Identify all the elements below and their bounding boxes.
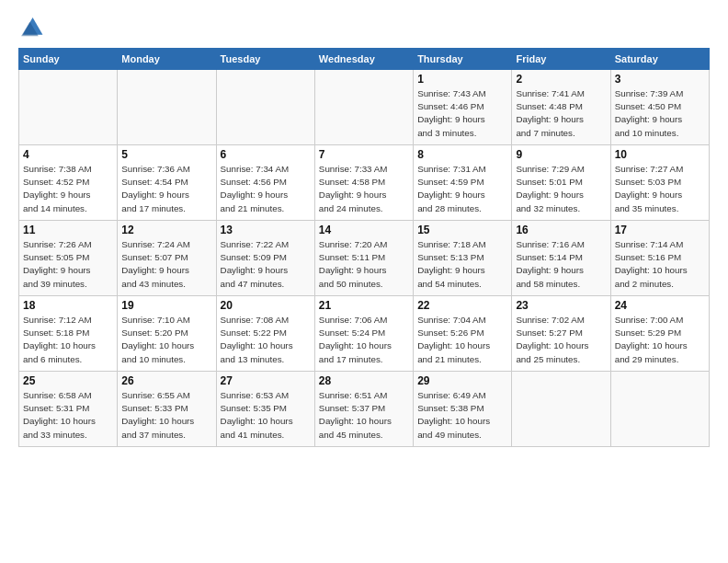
day-number: 28 bbox=[319, 374, 409, 387]
calendar-cell: 26Sunrise: 6:55 AM Sunset: 5:33 PM Dayli… bbox=[118, 372, 216, 447]
day-info: Sunrise: 7:34 AM Sunset: 4:56 PM Dayligh… bbox=[221, 163, 311, 215]
day-info: Sunrise: 6:58 AM Sunset: 5:31 PM Dayligh… bbox=[23, 389, 113, 442]
day-number: 1 bbox=[417, 73, 507, 86]
header-cell-friday: Friday bbox=[512, 49, 610, 70]
calendar-cell: 23Sunrise: 7:02 AM Sunset: 5:27 PM Dayli… bbox=[512, 296, 610, 372]
header bbox=[18, 15, 710, 40]
day-number: 18 bbox=[23, 299, 113, 312]
day-number: 6 bbox=[221, 148, 311, 161]
calendar-cell: 27Sunrise: 6:53 AM Sunset: 5:35 PM Dayli… bbox=[216, 372, 314, 447]
day-number: 4 bbox=[23, 148, 113, 161]
calendar-cell: 4Sunrise: 7:38 AM Sunset: 4:52 PM Daylig… bbox=[19, 145, 118, 221]
calendar-cell: 2Sunrise: 7:41 AM Sunset: 4:48 PM Daylig… bbox=[512, 70, 610, 145]
calendar-cell: 28Sunrise: 6:51 AM Sunset: 5:37 PM Dayli… bbox=[314, 372, 413, 447]
day-number: 26 bbox=[121, 374, 211, 387]
calendar-cell: 17Sunrise: 7:14 AM Sunset: 5:16 PM Dayli… bbox=[610, 221, 709, 296]
calendar-cell: 8Sunrise: 7:31 AM Sunset: 4:59 PM Daylig… bbox=[414, 145, 512, 221]
calendar-cell bbox=[118, 70, 216, 145]
week-row-4: 18Sunrise: 7:12 AM Sunset: 5:18 PM Dayli… bbox=[19, 296, 710, 372]
calendar-cell: 25Sunrise: 6:58 AM Sunset: 5:31 PM Dayli… bbox=[19, 372, 118, 447]
day-info: Sunrise: 7:18 AM Sunset: 5:13 PM Dayligh… bbox=[417, 238, 507, 291]
header-cell-tuesday: Tuesday bbox=[216, 49, 314, 70]
week-row-1: 1Sunrise: 7:43 AM Sunset: 4:46 PM Daylig… bbox=[19, 70, 710, 145]
day-info: Sunrise: 7:36 AM Sunset: 4:54 PM Dayligh… bbox=[121, 163, 211, 215]
week-row-2: 4Sunrise: 7:38 AM Sunset: 4:52 PM Daylig… bbox=[19, 145, 710, 221]
day-info: Sunrise: 7:24 AM Sunset: 5:07 PM Dayligh… bbox=[121, 238, 211, 291]
day-info: Sunrise: 7:12 AM Sunset: 5:18 PM Dayligh… bbox=[23, 314, 113, 366]
day-number: 2 bbox=[516, 73, 606, 86]
week-row-3: 11Sunrise: 7:26 AM Sunset: 5:05 PM Dayli… bbox=[19, 221, 710, 296]
day-number: 19 bbox=[121, 299, 211, 312]
day-info: Sunrise: 7:04 AM Sunset: 5:26 PM Dayligh… bbox=[417, 314, 507, 366]
day-number: 9 bbox=[516, 148, 606, 161]
calendar-cell bbox=[216, 70, 314, 145]
calendar-cell: 10Sunrise: 7:27 AM Sunset: 5:03 PM Dayli… bbox=[610, 145, 709, 221]
page: SundayMondayTuesdayWednesdayThursdayFrid… bbox=[0, 0, 728, 456]
day-info: Sunrise: 7:41 AM Sunset: 4:48 PM Dayligh… bbox=[516, 87, 606, 140]
day-info: Sunrise: 6:53 AM Sunset: 5:35 PM Dayligh… bbox=[221, 389, 311, 442]
day-number: 13 bbox=[221, 224, 311, 236]
header-cell-thursday: Thursday bbox=[414, 49, 512, 70]
day-info: Sunrise: 6:55 AM Sunset: 5:33 PM Dayligh… bbox=[121, 389, 211, 442]
day-info: Sunrise: 7:38 AM Sunset: 4:52 PM Dayligh… bbox=[23, 163, 113, 215]
day-number: 14 bbox=[319, 224, 409, 236]
header-cell-monday: Monday bbox=[118, 49, 216, 70]
day-number: 24 bbox=[615, 299, 705, 312]
day-number: 17 bbox=[615, 224, 705, 236]
calendar-cell: 14Sunrise: 7:20 AM Sunset: 5:11 PM Dayli… bbox=[314, 221, 413, 296]
day-number: 23 bbox=[516, 299, 606, 312]
day-info: Sunrise: 7:22 AM Sunset: 5:09 PM Dayligh… bbox=[221, 238, 311, 291]
day-number: 11 bbox=[23, 224, 113, 236]
calendar-cell bbox=[19, 70, 118, 145]
day-info: Sunrise: 7:14 AM Sunset: 5:16 PM Dayligh… bbox=[615, 238, 705, 291]
calendar-cell: 24Sunrise: 7:00 AM Sunset: 5:29 PM Dayli… bbox=[610, 296, 709, 372]
calendar-cell: 16Sunrise: 7:16 AM Sunset: 5:14 PM Dayli… bbox=[512, 221, 610, 296]
calendar-cell: 6Sunrise: 7:34 AM Sunset: 4:56 PM Daylig… bbox=[216, 145, 314, 221]
day-number: 15 bbox=[417, 224, 507, 236]
day-info: Sunrise: 7:26 AM Sunset: 5:05 PM Dayligh… bbox=[23, 238, 113, 291]
day-number: 29 bbox=[417, 374, 507, 387]
header-cell-saturday: Saturday bbox=[610, 49, 709, 70]
day-info: Sunrise: 7:16 AM Sunset: 5:14 PM Dayligh… bbox=[516, 238, 606, 291]
week-row-5: 25Sunrise: 6:58 AM Sunset: 5:31 PM Dayli… bbox=[19, 372, 710, 447]
day-info: Sunrise: 7:08 AM Sunset: 5:22 PM Dayligh… bbox=[221, 314, 311, 366]
day-number: 22 bbox=[417, 299, 507, 312]
day-number: 7 bbox=[319, 148, 409, 161]
day-number: 16 bbox=[516, 224, 606, 236]
calendar-cell: 20Sunrise: 7:08 AM Sunset: 5:22 PM Dayli… bbox=[216, 296, 314, 372]
day-info: Sunrise: 7:20 AM Sunset: 5:11 PM Dayligh… bbox=[319, 238, 409, 291]
day-info: Sunrise: 7:02 AM Sunset: 5:27 PM Dayligh… bbox=[516, 314, 606, 366]
calendar-cell bbox=[610, 372, 709, 447]
calendar-cell bbox=[512, 372, 610, 447]
calendar-cell: 11Sunrise: 7:26 AM Sunset: 5:05 PM Dayli… bbox=[19, 221, 118, 296]
day-number: 5 bbox=[121, 148, 211, 161]
day-info: Sunrise: 7:27 AM Sunset: 5:03 PM Dayligh… bbox=[615, 163, 705, 215]
day-number: 20 bbox=[221, 299, 311, 312]
day-info: Sunrise: 7:06 AM Sunset: 5:24 PM Dayligh… bbox=[319, 314, 409, 366]
day-info: Sunrise: 7:10 AM Sunset: 5:20 PM Dayligh… bbox=[121, 314, 211, 366]
calendar-cell: 1Sunrise: 7:43 AM Sunset: 4:46 PM Daylig… bbox=[414, 70, 512, 145]
day-number: 25 bbox=[23, 374, 113, 387]
calendar-cell: 7Sunrise: 7:33 AM Sunset: 4:58 PM Daylig… bbox=[314, 145, 413, 221]
calendar-cell: 9Sunrise: 7:29 AM Sunset: 5:01 PM Daylig… bbox=[512, 145, 610, 221]
calendar-cell: 5Sunrise: 7:36 AM Sunset: 4:54 PM Daylig… bbox=[118, 145, 216, 221]
day-number: 27 bbox=[221, 374, 311, 387]
day-number: 12 bbox=[121, 224, 211, 236]
day-info: Sunrise: 7:00 AM Sunset: 5:29 PM Dayligh… bbox=[615, 314, 705, 366]
calendar-cell: 29Sunrise: 6:49 AM Sunset: 5:38 PM Dayli… bbox=[414, 372, 512, 447]
logo bbox=[18, 15, 48, 40]
calendar-cell bbox=[314, 70, 413, 145]
logo-icon bbox=[18, 15, 44, 40]
day-info: Sunrise: 7:39 AM Sunset: 4:50 PM Dayligh… bbox=[615, 87, 705, 140]
day-number: 21 bbox=[319, 299, 409, 312]
day-info: Sunrise: 6:49 AM Sunset: 5:38 PM Dayligh… bbox=[417, 389, 507, 442]
day-info: Sunrise: 7:31 AM Sunset: 4:59 PM Dayligh… bbox=[417, 163, 507, 215]
header-cell-wednesday: Wednesday bbox=[314, 49, 413, 70]
calendar-cell: 3Sunrise: 7:39 AM Sunset: 4:50 PM Daylig… bbox=[610, 70, 709, 145]
calendar-cell: 19Sunrise: 7:10 AM Sunset: 5:20 PM Dayli… bbox=[118, 296, 216, 372]
day-number: 8 bbox=[417, 148, 507, 161]
calendar-table: SundayMondayTuesdayWednesdayThursdayFrid… bbox=[18, 48, 710, 447]
day-number: 3 bbox=[615, 73, 705, 86]
calendar-cell: 13Sunrise: 7:22 AM Sunset: 5:09 PM Dayli… bbox=[216, 221, 314, 296]
day-number: 10 bbox=[615, 148, 705, 161]
